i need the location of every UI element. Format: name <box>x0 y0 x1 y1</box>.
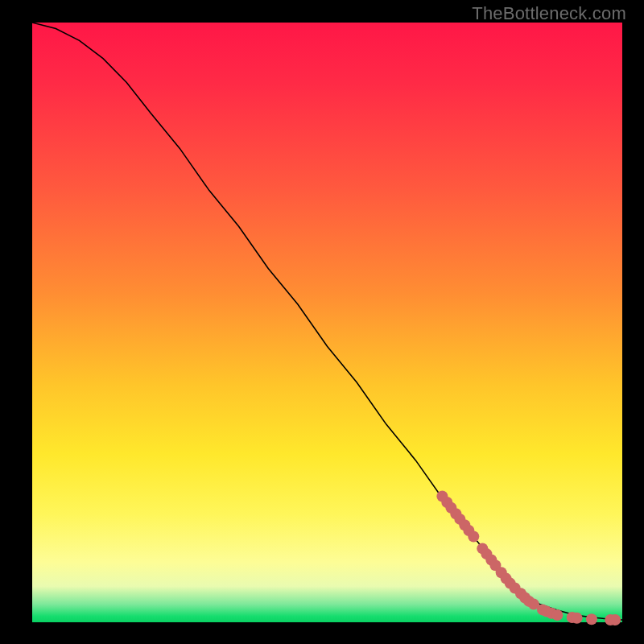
scatter-group <box>436 491 621 626</box>
chart-frame: TheBottleneck.com <box>0 0 644 644</box>
data-point <box>586 613 597 625</box>
data-point <box>572 613 583 624</box>
data-point <box>468 531 479 543</box>
chart-svg <box>32 23 622 622</box>
data-point <box>609 614 621 625</box>
plot-area <box>32 23 622 622</box>
data-point <box>551 609 563 621</box>
attribution-text: TheBottleneck.com <box>472 3 626 24</box>
bottleneck-curve <box>32 23 622 620</box>
